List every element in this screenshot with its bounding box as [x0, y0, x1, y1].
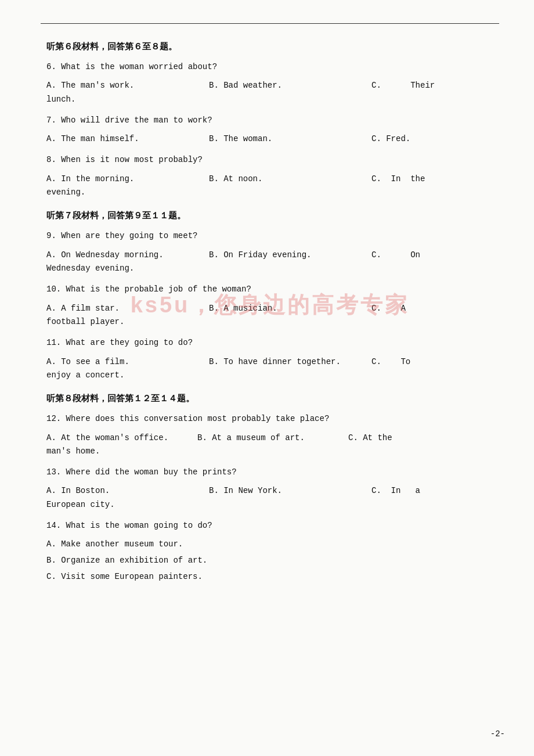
section-7: 听第７段材料，回答第９至１１题。 9. When are they going …	[46, 210, 493, 383]
q14-option-a: A. Make another museum tour.	[46, 538, 493, 552]
q10-text: 10. What is the probable job of the woma…	[46, 283, 493, 296]
q11-continuation: enjoy a concert.	[46, 369, 493, 383]
q8-option-c: C. In the	[371, 174, 425, 183]
q7-text: 7. Who will drive the man to work?	[46, 114, 493, 127]
q10-options: A. A film star.B. A musician.C. A	[46, 302, 493, 316]
section-7-header: 听第７段材料，回答第９至１１题。	[46, 210, 493, 221]
q10-option-a: A. A film star.	[46, 302, 209, 316]
q9-option-b: B. On Friday evening.	[209, 249, 371, 262]
q8-option-b: B. At noon.	[209, 172, 371, 186]
q8-options: A. In the morning.B. At noon.C. In the	[46, 172, 493, 186]
q14-option-c: C. Visit some European painters.	[46, 570, 493, 584]
q12-option-b: B. At a museum of art.	[197, 431, 348, 445]
q8-option-a: A. In the morning.	[46, 172, 209, 186]
question-6: 6. What is the woman worried about? A. T…	[46, 60, 493, 107]
question-7: 7. Who will drive the man to work? A. Th…	[46, 114, 493, 146]
q9-option-a: A. On Wednesday morning.	[46, 249, 209, 262]
q6-option-c: C. Their	[371, 81, 435, 90]
question-11: 11. What are they going to do? A. To see…	[46, 336, 493, 383]
q12-options: A. At the woman's office.B. At a museum …	[46, 431, 493, 445]
q8-continuation: evening.	[46, 186, 493, 200]
q6-option-b: B. Bad weather.	[209, 79, 371, 93]
question-12: 12. Where does this conversation most pr…	[46, 412, 493, 459]
q13-option-c: C. In a	[371, 486, 420, 495]
q12-option-c: C. At the	[348, 433, 392, 442]
question-10: 10. What is the probable job of the woma…	[46, 283, 493, 329]
q7-option-c: C. Fred.	[371, 134, 410, 143]
q9-continuation: Wednesday evening.	[46, 262, 493, 276]
q6-text: 6. What is the woman worried about?	[46, 60, 493, 73]
q14-text: 14. What is the woman going to do?	[46, 519, 493, 532]
q6-continuation: lunch.	[46, 93, 493, 107]
page: 听第６段材料，回答第６至８题。 6. What is the woman wor…	[0, 0, 534, 756]
q13-option-b: B. In New York.	[209, 484, 371, 498]
q13-options: A. In Boston.B. In New York.C. In a	[46, 484, 493, 498]
q14-option-b: B. Organize an exhibition of art.	[46, 554, 493, 568]
q12-text: 12. Where does this conversation most pr…	[46, 412, 493, 425]
q12-continuation: man's home.	[46, 445, 493, 459]
q10-continuation: football player.	[46, 315, 493, 329]
q10-options-container: A. A film star.B. A musician.C. A ks5u，您…	[46, 302, 493, 316]
question-14: 14. What is the woman going to do? A. Ma…	[46, 519, 493, 584]
top-divider	[41, 23, 499, 24]
q10-option-b: B. A musician.	[209, 302, 371, 316]
q8-text: 8. When is it now most probably?	[46, 153, 493, 166]
q9-options: A. On Wednesday morning.B. On Friday eve…	[46, 249, 493, 262]
q13-continuation: European city.	[46, 498, 493, 512]
q6-option-a: A. The man's work.	[46, 79, 209, 93]
q10-option-c: C. A	[371, 304, 406, 313]
q13-text: 13. Where did the woman buy the prints?	[46, 466, 493, 478]
q11-option-c: C. To	[371, 357, 410, 366]
section-8: 听第８段材料，回答第１２至１４题。 12. Where does this co…	[46, 393, 493, 584]
q9-text: 9. When are they going to meet?	[46, 229, 493, 242]
section-8-header: 听第８段材料，回答第１２至１４题。	[46, 393, 493, 404]
q11-option-b: B. To have dinner together.	[209, 355, 371, 369]
q13-option-a: A. In Boston.	[46, 484, 209, 498]
q7-option-a: A. The man himself.	[46, 132, 209, 146]
q11-option-a: A. To see a film.	[46, 355, 209, 369]
question-8: 8. When is it now most probably? A. In t…	[46, 153, 493, 200]
question-13: 13. Where did the woman buy the prints? …	[46, 466, 493, 512]
q9-option-c: C. On	[371, 250, 420, 260]
q7-options: A. The man himself.B. The woman.C. Fred.	[46, 132, 493, 146]
q6-options: A. The man's work.B. Bad weather.C. Thei…	[46, 79, 493, 93]
section-6: 听第６段材料，回答第６至８题。 6. What is the woman wor…	[46, 41, 493, 200]
section-6-header: 听第６段材料，回答第６至８题。	[46, 41, 493, 52]
page-number: -2-	[490, 729, 505, 739]
q11-text: 11. What are they going to do?	[46, 336, 493, 349]
question-9: 9. When are they going to meet? A. On We…	[46, 229, 493, 276]
q7-option-b: B. The woman.	[209, 132, 371, 146]
q12-option-a: A. At the woman's office.	[46, 431, 197, 445]
q11-options: A. To see a film.B. To have dinner toget…	[46, 355, 493, 369]
